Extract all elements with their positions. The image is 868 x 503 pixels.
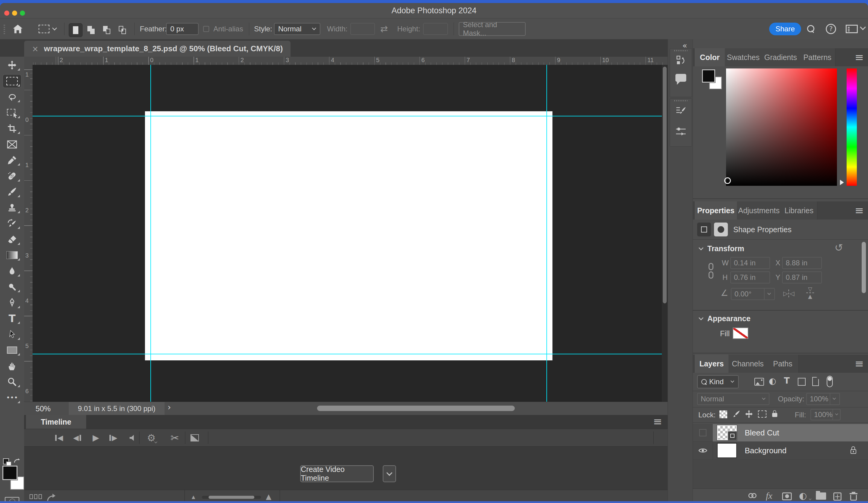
gradient-tool[interactable] — [2, 248, 22, 262]
vertical-scrollbar-thumb[interactable] — [663, 66, 667, 304]
eraser-tool[interactable] — [2, 233, 22, 246]
healing-brush-tool[interactable] — [2, 169, 22, 183]
filter-type-layers-icon[interactable]: T — [784, 377, 789, 385]
create-video-timeline-button[interactable]: Create Video Timeline — [300, 465, 374, 482]
new-selection-mode-button[interactable] — [69, 23, 83, 37]
guide-vertical-left[interactable] — [151, 65, 151, 402]
tab-paths[interactable]: Paths — [767, 355, 799, 373]
width-input[interactable] — [350, 23, 375, 35]
flip-vertical-button[interactable]: ▽ ▲ — [806, 287, 815, 301]
object-selection-tool[interactable] — [2, 106, 22, 120]
comments-button[interactable] — [675, 74, 686, 85]
layer-row-background[interactable]: Background — [693, 442, 868, 459]
lasso-tool[interactable] — [2, 90, 22, 104]
layers-panel-menu-icon[interactable]: ≡ — [855, 358, 864, 369]
feather-input[interactable]: 0 px — [166, 23, 199, 35]
type-tool[interactable]: T — [2, 311, 22, 325]
layer-fill-input[interactable]: 100% — [810, 409, 840, 420]
ruler-left[interactable]: 10123456 — [24, 65, 33, 402]
style-dropdown[interactable]: Normal — [274, 23, 320, 35]
lock-position-icon[interactable] — [745, 410, 753, 418]
opacity-input[interactable]: 100% — [806, 393, 840, 405]
swap-dimensions-icon[interactable]: ⇄ — [380, 24, 388, 33]
search-button[interactable] — [807, 25, 814, 32]
appearance-section-header[interactable]: Appearance — [699, 314, 751, 323]
go-to-first-frame-button[interactable]: ◀ — [53, 429, 65, 446]
timeline-zoom-slider-thumb[interactable] — [209, 496, 254, 499]
lock-pixels-icon[interactable] — [732, 410, 741, 418]
color-panel-menu-icon[interactable]: ≡ — [855, 52, 864, 63]
visibility-cell[interactable] — [693, 442, 713, 459]
frame-tool[interactable] — [2, 137, 22, 151]
document-canvas[interactable] — [145, 111, 552, 360]
new-group-button[interactable] — [816, 492, 826, 500]
x-field[interactable]: 8.88 in — [782, 257, 822, 269]
eyedropper-tool[interactable] — [2, 153, 22, 167]
layer-styles-button[interactable]: fx — [766, 491, 773, 500]
drag-grip[interactable] — [674, 100, 688, 101]
lock-transparency-icon[interactable] — [720, 410, 727, 418]
help-button[interactable]: ? — [826, 24, 836, 34]
link-layers-button[interactable] — [748, 493, 756, 498]
split-clip-button[interactable]: ✂ — [168, 429, 182, 446]
tab-channels[interactable]: Channels — [728, 355, 767, 373]
tab-layers[interactable]: Layers — [695, 355, 729, 373]
next-frame-button[interactable]: ▶ — [107, 429, 119, 446]
fill-swatch[interactable] — [733, 328, 748, 339]
foreground-color-swatch[interactable] — [702, 69, 715, 83]
height-field[interactable]: 0.76 in — [730, 271, 770, 284]
layer-name[interactable]: Background — [745, 442, 787, 459]
transform-section-header[interactable]: Transform — [699, 244, 744, 253]
timeline-zoom-out-icon[interactable]: ▲ — [192, 495, 195, 499]
shortcut-arrow-icon[interactable] — [46, 492, 56, 501]
link-dimensions-toggle[interactable] — [709, 263, 714, 281]
layer-filter-dropdown[interactable]: Kind — [697, 375, 739, 388]
play-button[interactable]: ▶ — [90, 429, 102, 446]
move-tool[interactable] — [2, 58, 22, 72]
ruler-top[interactable]: 2101234567891011 — [32, 57, 668, 65]
ruler-corner[interactable] — [24, 57, 33, 65]
subtract-selection-mode-button[interactable] — [100, 23, 114, 37]
reset-transform-icon[interactable]: ↺ — [835, 243, 843, 253]
zoom-level[interactable]: 50% — [35, 402, 51, 415]
add-mask-button[interactable] — [782, 492, 792, 500]
shape-props-button[interactable] — [697, 223, 711, 236]
vertical-scrollbar[interactable] — [662, 65, 668, 402]
color-picker-field[interactable] — [726, 69, 837, 186]
new-layer-button[interactable]: + — [833, 492, 841, 501]
anti-alias-checkbox[interactable] — [203, 26, 209, 32]
previous-frame-button[interactable]: ◀ — [71, 429, 83, 446]
edit-toolbar-button[interactable]: ••• — [2, 391, 22, 405]
tab-libraries[interactable]: Libraries — [781, 202, 817, 219]
delete-layer-button[interactable] — [850, 492, 857, 501]
color-picker-cursor[interactable] — [724, 177, 731, 184]
layer-thumbnail-bleed-cut[interactable] — [717, 425, 737, 440]
blend-mode-dropdown[interactable]: Normal — [697, 393, 769, 405]
hand-tool[interactable] — [2, 359, 22, 373]
timeline-settings-button[interactable]: ⚙ — [145, 429, 158, 446]
transition-button[interactable] — [188, 429, 201, 446]
tab-swatches[interactable]: Swatches — [725, 48, 762, 66]
properties-scrollbar-thumb[interactable] — [862, 242, 866, 293]
lock-artboard-icon[interactable] — [758, 410, 766, 418]
mask-props-button[interactable] — [714, 223, 728, 236]
blur-tool[interactable] — [2, 264, 22, 278]
flip-horizontal-button[interactable]: ▷ ◁ — [783, 289, 794, 297]
version-history-button[interactable] — [676, 55, 686, 66]
rectangle-tool[interactable] — [2, 343, 22, 357]
intersect-selection-mode-button[interactable] — [116, 23, 130, 37]
frames-view-button[interactable] — [30, 494, 42, 499]
guide-horizontal-bottom[interactable] — [32, 354, 668, 354]
tab-adjustments[interactable]: Adjustments — [737, 202, 781, 219]
filter-image-layers-icon[interactable] — [754, 378, 764, 386]
hue-slider-pointer[interactable] — [840, 180, 844, 185]
guide-vertical-right[interactable] — [546, 65, 547, 402]
timeline-menu-icon[interactable]: ≡ — [653, 416, 662, 427]
tab-gradients[interactable]: Gradients — [762, 48, 800, 66]
layer-name[interactable]: Bleed Cut — [745, 424, 779, 441]
status-expand-chevron[interactable]: › — [167, 403, 171, 412]
share-button[interactable]: Share — [769, 23, 801, 35]
path-selection-tool[interactable] — [2, 328, 22, 341]
filter-toggle[interactable] — [827, 376, 833, 387]
horizontal-scrollbar-thumb[interactable] — [317, 406, 515, 411]
